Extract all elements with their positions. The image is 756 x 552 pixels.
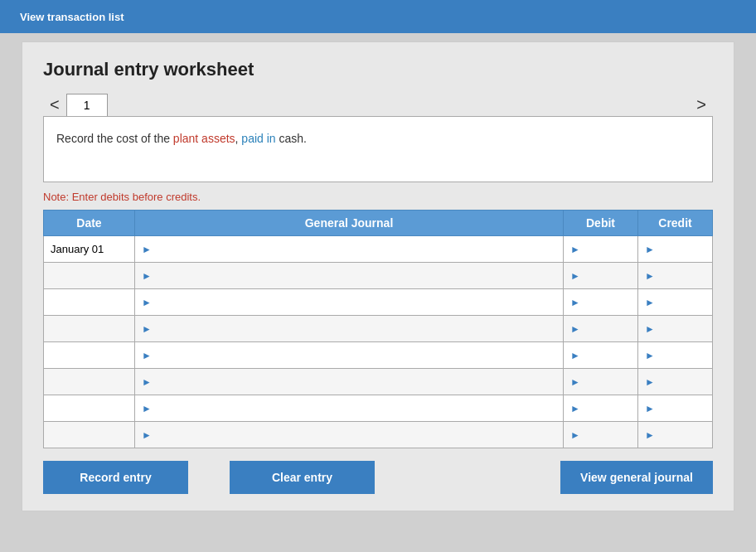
table-row: January 01►►► <box>44 236 713 263</box>
credit-input-0[interactable] <box>658 243 705 255</box>
credit-input-6[interactable] <box>658 402 705 414</box>
credit-input-1[interactable] <box>658 269 705 282</box>
journal-input-4[interactable] <box>155 349 556 361</box>
debit-arrow-icon: ► <box>570 429 580 441</box>
debit-input-0[interactable] <box>584 243 631 255</box>
journal-cell-7[interactable]: ► <box>135 422 564 448</box>
journal-input-2[interactable] <box>155 296 556 308</box>
cell-arrow-icon: ► <box>142 376 152 388</box>
debit-cell-3[interactable]: ► <box>564 316 638 342</box>
instruction-part1: Record the cost of the <box>56 132 173 145</box>
credit-input-5[interactable] <box>658 375 705 388</box>
credit-input-7[interactable] <box>658 429 705 441</box>
credit-arrow-icon: ► <box>645 270 655 282</box>
table-row: ►►► <box>44 369 713 395</box>
date-cell-7 <box>44 422 135 448</box>
debit-cell-5[interactable]: ► <box>564 369 638 395</box>
view-transaction-button[interactable]: View transaction list <box>8 4 135 30</box>
date-cell-1 <box>44 263 135 289</box>
cell-arrow-icon: ► <box>142 297 152 308</box>
debit-cell-4[interactable]: ► <box>564 342 638 369</box>
table-header-row: Date General Journal Debit Credit <box>44 211 713 236</box>
credit-input-4[interactable] <box>658 349 705 361</box>
journal-input-5[interactable] <box>155 375 556 388</box>
debit-cell-0[interactable]: ► <box>564 236 638 263</box>
debit-input-4[interactable] <box>584 349 631 361</box>
debit-input-1[interactable] <box>584 269 631 282</box>
table-row: ►►► <box>44 342 713 369</box>
credit-cell-0[interactable]: ► <box>638 236 713 263</box>
instruction-box: Record the cost of the plant assets, pai… <box>43 116 713 182</box>
debit-arrow-icon: ► <box>570 403 580 414</box>
credit-input-2[interactable] <box>658 296 705 308</box>
view-general-journal-button[interactable]: View general journal <box>560 461 713 494</box>
debit-arrow-icon: ► <box>570 323 580 335</box>
credit-arrow-icon: ► <box>645 323 655 335</box>
table-row: ►►► <box>44 422 713 448</box>
record-entry-button[interactable]: Record entry <box>43 461 188 494</box>
debit-input-7[interactable] <box>584 429 631 441</box>
date-cell-5 <box>44 369 135 395</box>
credit-arrow-icon: ► <box>645 350 655 361</box>
credit-cell-5[interactable]: ► <box>638 369 713 395</box>
col-header-credit: Credit <box>638 211 713 236</box>
instruction-part-red: plant assets <box>173 132 235 145</box>
cell-arrow-icon: ► <box>142 350 152 361</box>
prev-tab-button[interactable]: < <box>43 93 66 116</box>
credit-input-3[interactable] <box>658 322 705 335</box>
debit-cell-2[interactable]: ► <box>564 289 638 316</box>
col-header-date: Date <box>44 211 135 236</box>
credit-arrow-icon: ► <box>645 376 655 388</box>
date-cell-3 <box>44 316 135 342</box>
date-cell-4 <box>44 342 135 369</box>
debit-input-2[interactable] <box>584 296 631 308</box>
col-header-debit: Debit <box>564 211 638 236</box>
date-cell-0: January 01 <box>44 236 135 263</box>
page-title: Journal entry worksheet <box>43 59 713 80</box>
journal-input-0[interactable] <box>155 243 556 255</box>
clear-entry-button[interactable]: Clear entry <box>230 461 375 494</box>
credit-cell-1[interactable]: ► <box>638 263 713 289</box>
debit-arrow-icon: ► <box>570 297 580 308</box>
date-cell-2 <box>44 289 135 316</box>
journal-input-7[interactable] <box>155 429 556 441</box>
journal-cell-1[interactable]: ► <box>135 263 564 289</box>
debit-cell-6[interactable]: ► <box>564 395 638 422</box>
table-row: ►►► <box>44 395 713 422</box>
top-bar: View transaction list <box>0 0 756 33</box>
journal-cell-4[interactable]: ► <box>135 342 564 369</box>
debit-cell-7[interactable]: ► <box>564 422 638 448</box>
journal-input-1[interactable] <box>155 269 556 282</box>
debit-arrow-icon: ► <box>570 376 580 388</box>
journal-cell-3[interactable]: ► <box>135 316 564 342</box>
col-header-journal: General Journal <box>135 211 564 236</box>
bottom-buttons: Record entry Clear entry View general jo… <box>43 461 713 494</box>
debit-input-6[interactable] <box>584 402 631 414</box>
debit-cell-1[interactable]: ► <box>564 263 638 289</box>
credit-arrow-icon: ► <box>645 244 655 255</box>
credit-cell-3[interactable]: ► <box>638 316 713 342</box>
journal-input-6[interactable] <box>155 402 556 414</box>
credit-arrow-icon: ► <box>645 429 655 441</box>
journal-input-3[interactable] <box>155 322 556 335</box>
cell-arrow-icon: ► <box>142 244 152 255</box>
cell-arrow-icon: ► <box>142 323 152 335</box>
credit-arrow-icon: ► <box>645 403 655 414</box>
debit-input-5[interactable] <box>584 375 631 388</box>
next-tab-button[interactable]: > <box>690 93 713 116</box>
tab-navigation: < 1 > <box>43 93 713 116</box>
journal-cell-6[interactable]: ► <box>135 395 564 422</box>
credit-cell-6[interactable]: ► <box>638 395 713 422</box>
journal-cell-0[interactable]: ► <box>135 236 564 263</box>
debit-input-3[interactable] <box>584 322 631 335</box>
table-row: ►►► <box>44 289 713 316</box>
credit-cell-7[interactable]: ► <box>638 422 713 448</box>
journal-cell-2[interactable]: ► <box>135 289 564 316</box>
debit-arrow-icon: ► <box>570 244 580 255</box>
instruction-part-blue: paid in <box>241 132 275 145</box>
cell-arrow-icon: ► <box>142 429 152 441</box>
credit-cell-4[interactable]: ► <box>638 342 713 369</box>
tab-1[interactable]: 1 <box>66 94 108 116</box>
credit-cell-2[interactable]: ► <box>638 289 713 316</box>
journal-cell-5[interactable]: ► <box>135 369 564 395</box>
